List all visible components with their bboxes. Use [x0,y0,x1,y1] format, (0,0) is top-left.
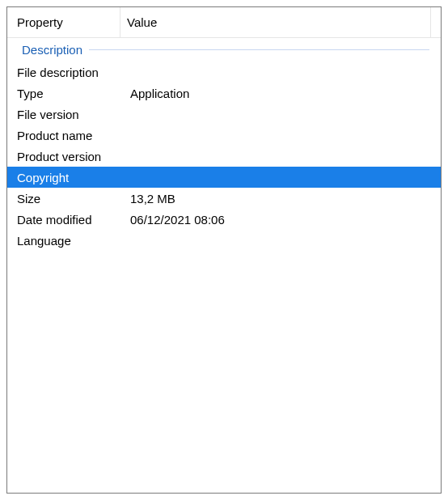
group-header-divider [89,49,429,50]
row-product-version[interactable]: Product version [7,146,441,167]
row-property-label: File version [17,108,130,121]
details-panel: Property Value Description File descript… [6,6,442,494]
row-value-label: 06/12/2021 08:06 [130,213,441,227]
row-property-label: Date modified [17,213,130,227]
row-property-label: Product name [17,129,130,142]
row-property-label: Size [17,192,130,206]
row-size[interactable]: Size13,2 MB [7,188,441,209]
property-rows: File descriptionTypeApplicationFile vers… [7,61,441,251]
row-copyright[interactable]: Copyright [7,167,441,188]
group-header-description[interactable]: Description [7,38,441,61]
row-property-label: Copyright [17,171,130,184]
row-value-label: Application [130,87,441,100]
row-language[interactable]: Language [7,230,441,251]
row-product-name[interactable]: Product name [7,125,441,146]
row-property-label: File description [17,66,130,79]
group-header-label: Description [22,43,82,57]
column-header-row: Property Value [7,7,441,38]
row-property-label: Product version [17,150,130,163]
row-file-version[interactable]: File version [7,104,441,125]
row-file-description[interactable]: File description [7,61,441,83]
row-property-label: Type [17,87,130,100]
row-property-label: Language [17,234,130,248]
row-date-modified[interactable]: Date modified06/12/2021 08:06 [7,209,441,230]
column-header-property-label: Property [17,15,63,29]
column-header-property[interactable]: Property [7,7,120,37]
column-header-value-label: Value [127,15,157,29]
column-header-value[interactable]: Value [120,7,431,37]
row-type[interactable]: TypeApplication [7,83,441,104]
row-value-label: 13,2 MB [130,192,441,206]
